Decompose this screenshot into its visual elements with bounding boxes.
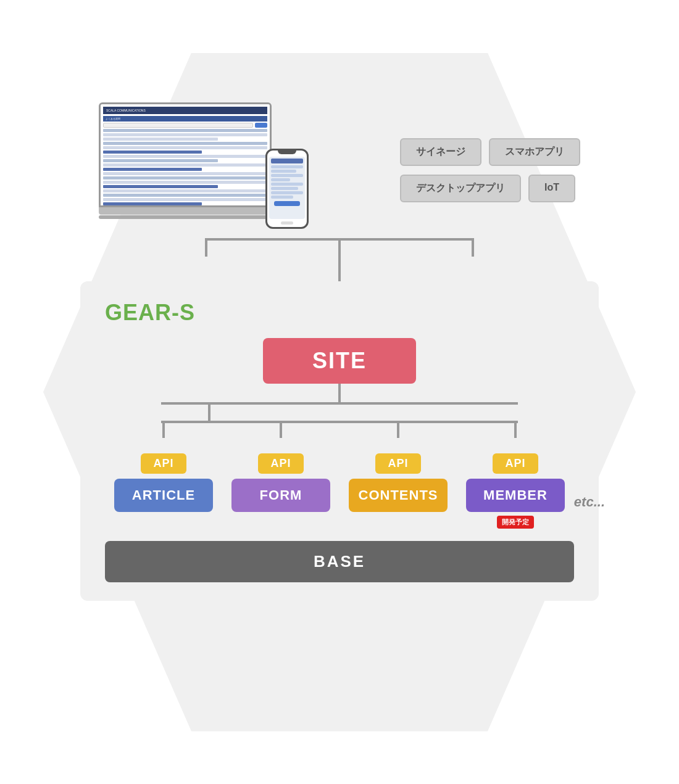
member-v-line	[514, 421, 517, 438]
article-v-line	[162, 421, 165, 438]
contents-api-badge: API	[375, 453, 420, 474]
etc-label: etc...	[574, 494, 605, 510]
module-member: API MEMBER 開発予定	[457, 421, 574, 529]
form-v-line	[280, 421, 282, 438]
right-drop-line	[472, 238, 474, 257]
tree-connector	[105, 384, 574, 421]
laptop-base	[99, 207, 284, 215]
laptop-screen-content: SCALA COMMUNICATIONS よくある質問	[101, 104, 270, 205]
phone-home-button	[281, 221, 293, 225]
drop-1	[208, 402, 210, 421]
tags-row-1: サイネージ スマホアプリ	[400, 138, 580, 166]
module-article: API ARTICLE	[105, 421, 222, 512]
connection-structure	[99, 238, 580, 281]
left-drop-line	[205, 238, 207, 257]
member-api-badge: API	[493, 453, 538, 474]
form-api-badge: API	[258, 453, 303, 474]
modules-row: API ARTICLE API FORM API CONTENTS	[105, 421, 574, 529]
center-drop-line	[338, 238, 341, 281]
member-box: MEMBER	[466, 479, 565, 512]
base-section: BASE	[105, 541, 574, 582]
gear-s-section: GEAR-S SITE API	[80, 281, 599, 601]
site-row: SITE	[105, 338, 574, 384]
laptop-screen: SCALA COMMUNICATIONS よくある質問	[99, 102, 272, 207]
site-box: SITE	[263, 338, 416, 384]
laptop-device: SCALA COMMUNICATIONS よくある質問	[99, 102, 290, 226]
dev-badge: 開発予定	[497, 516, 534, 529]
contents-v-line	[397, 421, 399, 438]
gear-s-label: GEAR-S	[105, 300, 574, 326]
phone-device	[265, 149, 309, 229]
article-box: ARTICLE	[114, 479, 213, 512]
tag-smartphone-app: スマホアプリ	[489, 138, 580, 166]
tags-row-2: デスクトップアプリ IoT	[400, 175, 580, 202]
base-box: BASE	[105, 541, 574, 582]
article-api-badge: API	[141, 453, 186, 474]
contents-box: CONTENTS	[349, 479, 448, 512]
phone-screen	[269, 157, 305, 219]
content-area: SCALA COMMUNICATIONS よくある質問	[62, 84, 617, 701]
top-area: SCALA COMMUNICATIONS よくある質問	[99, 102, 580, 238]
tags-wrapper: サイネージ スマホアプリ デスクトップアプリ IoT	[400, 138, 580, 202]
phone-notch	[278, 151, 296, 154]
module-form: API FORM	[222, 421, 340, 512]
site-v-drop	[338, 384, 341, 402]
tag-signage: サイネージ	[400, 138, 481, 166]
form-box: FORM	[231, 479, 330, 512]
module-contents: API CONTENTS	[340, 421, 457, 512]
tree-h-span	[161, 402, 518, 405]
tag-desktop-app: デスクトップアプリ	[400, 175, 521, 202]
hex-container: SCALA COMMUNICATIONS よくある質問	[31, 35, 648, 750]
tag-iot: IoT	[528, 175, 575, 202]
devices-wrapper: SCALA COMMUNICATIONS よくある質問	[99, 102, 309, 238]
